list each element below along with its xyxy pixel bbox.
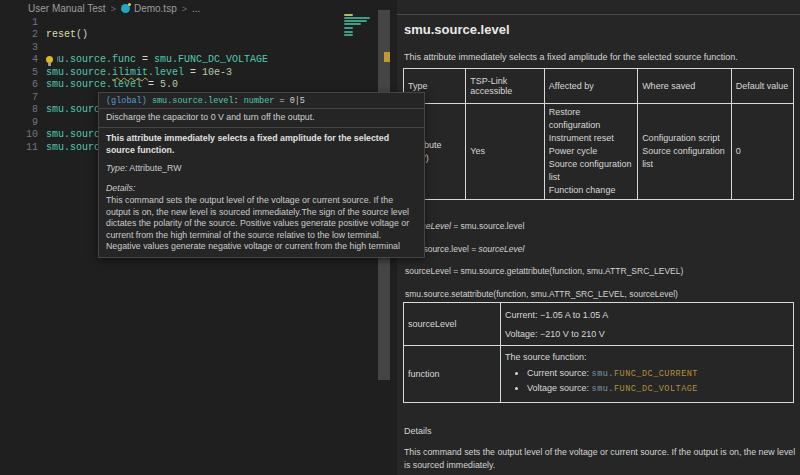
code-token: smu.source.level bbox=[46, 79, 142, 90]
hover-bold-text: This attribute immediately selects a fix… bbox=[106, 133, 417, 156]
param-name: function bbox=[404, 346, 501, 403]
code-line-2[interactable]: reset() bbox=[46, 29, 88, 41]
documentation-panel: smu.source.level This attribute immediat… bbox=[397, 0, 800, 475]
source-function-list: Current source: smu.FUNC_DC_CURRENT Volt… bbox=[527, 367, 789, 395]
bullet-label: Voltage source: bbox=[527, 383, 592, 393]
col-header-affected-by: Affected by bbox=[544, 69, 637, 104]
minimap[interactable] bbox=[344, 14, 376, 40]
cell-line: Configuration script bbox=[642, 132, 727, 145]
line-number[interactable]: 6 bbox=[12, 79, 38, 91]
breadcrumb-folder[interactable]: User Manual Test bbox=[28, 3, 106, 14]
line-number[interactable]: 3 bbox=[12, 42, 38, 54]
list-item: Current source: smu.FUNC_DC_CURRENT bbox=[527, 367, 789, 380]
details-heading: Details bbox=[404, 426, 432, 436]
panel-divider bbox=[397, 14, 800, 15]
table-header-row: Type TSP-Link accessible Affected by Whe… bbox=[404, 69, 794, 104]
breadcrumb-symbol[interactable]: ... bbox=[192, 3, 200, 14]
cell-line: Function change bbox=[549, 184, 633, 197]
signature-value: = 0|5 bbox=[274, 96, 305, 106]
cell-where-saved: Configuration script Source configuratio… bbox=[638, 104, 732, 200]
table-row: Attribute (RW) Yes Restore configuration… bbox=[404, 104, 794, 200]
usage-text: = smu.source.level bbox=[451, 221, 524, 231]
col-header-where-saved: Where saved bbox=[638, 69, 732, 104]
tsp-file-icon bbox=[121, 4, 130, 13]
code-token: smu.source.func bbox=[46, 54, 136, 65]
table-row: sourceLevel Current: −1.05 A to 1.05 A V… bbox=[404, 303, 794, 346]
table-row: function The source function: Current so… bbox=[404, 346, 794, 403]
signature-separator: : bbox=[234, 96, 244, 106]
code-line-5[interactable]: smu.source.ilimit.level = 10e-3 bbox=[46, 67, 232, 79]
line-number[interactable]: 9 bbox=[12, 117, 38, 129]
hover-type-line: Type: Attribute_RW bbox=[106, 163, 417, 175]
line-number[interactable]: 1 bbox=[12, 17, 38, 29]
bullet-label: Current source: bbox=[527, 368, 592, 378]
code-line-6[interactable]: smu.source.level = 5.0 bbox=[46, 79, 178, 91]
cell-line: Instrument reset bbox=[549, 132, 633, 145]
hover-details-label: Details: bbox=[106, 183, 417, 195]
code-token: 10e-3 bbox=[202, 67, 232, 78]
doc-description: This attribute immediately selects a fix… bbox=[404, 52, 738, 62]
breadcrumb-separator: > bbox=[106, 4, 121, 14]
cell-line: Source configuration list bbox=[642, 145, 727, 171]
code-token: () bbox=[76, 29, 88, 40]
hover-signature: (global) smu.source.level: number = 0|5 bbox=[99, 93, 424, 109]
col-header-tsp-link: TSP-Link accessible bbox=[466, 69, 545, 104]
line-number[interactable]: 8 bbox=[12, 104, 38, 116]
line-number[interactable]: 7 bbox=[12, 92, 38, 104]
code-namespace: smu. bbox=[592, 369, 614, 379]
type-label: Type: bbox=[106, 163, 127, 173]
line-number[interactable]: 11 bbox=[12, 142, 38, 154]
code-token: .level bbox=[148, 67, 184, 78]
usage-variable: sourceLevel bbox=[478, 244, 524, 254]
cell-line: Restore configuration bbox=[549, 106, 633, 132]
code-namespace: smu. bbox=[592, 384, 614, 394]
list-item: Voltage source: smu.FUNC_DC_VOLTAGE bbox=[527, 382, 789, 395]
doc-title: smu.source.level bbox=[404, 22, 510, 37]
line-number[interactable]: 10 bbox=[12, 129, 38, 141]
cell-tsp-link: Yes bbox=[466, 104, 545, 200]
line-number[interactable]: 2 bbox=[12, 29, 38, 41]
param-description: The source function: Current source: smu… bbox=[501, 346, 794, 403]
code-token: = bbox=[142, 79, 160, 90]
hover-summary: Discharge the capacitor to 0 V and turn … bbox=[99, 109, 424, 128]
col-header-default-value: Default value bbox=[731, 69, 793, 104]
cell-line: Power cycle bbox=[549, 145, 633, 158]
code-token: = bbox=[184, 67, 202, 78]
type-value: Attribute_RW bbox=[127, 163, 181, 173]
code-token: smu.FUNC_DC_VOLTAGE bbox=[154, 54, 268, 65]
code-token: smu.source. bbox=[46, 67, 112, 78]
details-text: This command sets the output level of th… bbox=[404, 446, 797, 471]
cell-line: Source configuration list bbox=[549, 158, 633, 184]
code-token: = bbox=[136, 54, 154, 65]
hover-docs: This attribute immediately selects a fix… bbox=[99, 128, 424, 258]
line-number[interactable]: 4 bbox=[12, 54, 38, 66]
usage-line-3: sourceLevel = smu.source.getattribute(fu… bbox=[405, 266, 683, 276]
parameter-table: sourceLevel Current: −1.05 A to 1.05 A V… bbox=[403, 302, 794, 403]
scrollbar-warning-marker bbox=[384, 52, 390, 62]
lightbulb-icon[interactable] bbox=[44, 55, 57, 67]
range-voltage: Voltage: −210 V to 210 V bbox=[505, 329, 789, 339]
line-number[interactable]: 5 bbox=[12, 67, 38, 79]
cell-affected-by: Restore configuration Instrument reset P… bbox=[544, 104, 637, 200]
signature-type: number bbox=[244, 96, 275, 106]
code-token: 5.0 bbox=[160, 79, 178, 90]
code-line-4[interactable]: smu.source.func = smu.FUNC_DC_VOLTAGE bbox=[46, 54, 268, 66]
param-intro: The source function: bbox=[505, 352, 789, 362]
breadcrumb-file[interactable]: Demo.tsp bbox=[134, 3, 177, 14]
param-description: Current: −1.05 A to 1.05 A Voltage: −210… bbox=[501, 303, 794, 346]
signature-name: smu.source.level bbox=[152, 96, 234, 106]
code-constant: FUNC_DC_CURRENT bbox=[614, 369, 698, 379]
hover-details-text: This command sets the output level of th… bbox=[106, 195, 417, 253]
signature-scope: (global) bbox=[106, 96, 152, 106]
code-token-warning: ilimit bbox=[112, 67, 148, 78]
usage-line-4: smu.source.setattribute(function, smu.AT… bbox=[405, 289, 678, 299]
breadcrumb-separator: > bbox=[177, 4, 192, 14]
hover-tooltip: (global) smu.source.level: number = 0|5 … bbox=[98, 92, 425, 258]
code-token: reset bbox=[46, 29, 76, 40]
attribute-table: Type TSP-Link accessible Affected by Whe… bbox=[403, 68, 794, 200]
vscode-window: User Manual Test>Demo.tsp>... 1 2 3 4 5 … bbox=[0, 0, 800, 475]
range-current: Current: −1.05 A to 1.05 A bbox=[505, 310, 789, 320]
cell-default-value: 0 bbox=[731, 104, 793, 200]
breadcrumb: User Manual Test>Demo.tsp>... bbox=[28, 2, 200, 16]
code-constant: FUNC_DC_VOLTAGE bbox=[614, 384, 698, 394]
